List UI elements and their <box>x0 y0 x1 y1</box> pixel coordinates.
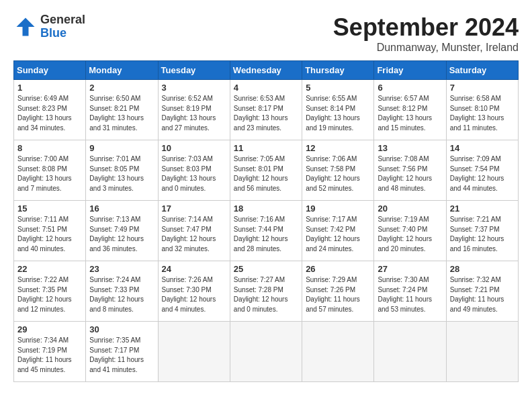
day-info: Sunrise: 7:24 AM Sunset: 7:33 PM Dayligh… <box>89 275 154 314</box>
calendar-cell: 30Sunrise: 7:35 AM Sunset: 7:17 PM Dayli… <box>86 322 158 382</box>
day-number: 13 <box>378 143 442 153</box>
weekday-header: Thursday <box>302 61 374 80</box>
day-info: Sunrise: 6:55 AM Sunset: 8:14 PM Dayligh… <box>306 94 370 133</box>
calendar-cell: 10Sunrise: 7:03 AM Sunset: 8:03 PM Dayli… <box>158 140 230 201</box>
weekday-header-row: SundayMondayTuesdayWednesdayThursdayFrid… <box>14 61 519 80</box>
month-title: September 2024 <box>333 13 519 42</box>
day-number: 16 <box>89 203 154 214</box>
calendar-cell: 7Sunrise: 6:58 AM Sunset: 8:10 PM Daylig… <box>446 80 518 140</box>
day-info: Sunrise: 7:34 AM Sunset: 7:19 PM Dayligh… <box>17 336 82 375</box>
day-number: 25 <box>234 264 298 274</box>
day-info: Sunrise: 6:53 AM Sunset: 8:17 PM Dayligh… <box>234 94 298 133</box>
logo-blue-text: Blue <box>40 27 85 40</box>
day-info: Sunrise: 6:58 AM Sunset: 8:10 PM Dayligh… <box>450 94 515 133</box>
calendar-cell: 19Sunrise: 7:17 AM Sunset: 7:42 PM Dayli… <box>302 201 374 261</box>
logo-general-text: General <box>40 13 85 27</box>
calendar-table: SundayMondayTuesdayWednesdayThursdayFrid… <box>13 60 519 382</box>
day-number: 19 <box>306 203 370 214</box>
calendar-cell <box>374 322 446 382</box>
calendar-cell: 21Sunrise: 7:21 AM Sunset: 7:37 PM Dayli… <box>446 201 518 261</box>
day-number: 2 <box>89 83 154 93</box>
calendar-cell: 28Sunrise: 7:32 AM Sunset: 7:21 PM Dayli… <box>446 261 518 322</box>
weekday-header: Tuesday <box>158 61 230 80</box>
calendar-cell: 9Sunrise: 7:01 AM Sunset: 8:05 PM Daylig… <box>86 140 158 201</box>
day-number: 22 <box>17 264 82 274</box>
calendar-cell <box>446 322 518 382</box>
calendar-cell: 26Sunrise: 7:29 AM Sunset: 7:26 PM Dayli… <box>302 261 374 322</box>
day-number: 11 <box>234 143 298 153</box>
calendar-cell: 22Sunrise: 7:22 AM Sunset: 7:35 PM Dayli… <box>14 261 86 322</box>
day-info: Sunrise: 7:00 AM Sunset: 8:08 PM Dayligh… <box>17 154 82 193</box>
day-info: Sunrise: 7:19 AM Sunset: 7:40 PM Dayligh… <box>378 215 442 254</box>
calendar-cell: 27Sunrise: 7:30 AM Sunset: 7:24 PM Dayli… <box>374 261 446 322</box>
day-info: Sunrise: 7:27 AM Sunset: 7:28 PM Dayligh… <box>234 275 298 314</box>
calendar-cell: 23Sunrise: 7:24 AM Sunset: 7:33 PM Dayli… <box>86 261 158 322</box>
day-info: Sunrise: 7:14 AM Sunset: 7:47 PM Dayligh… <box>162 215 226 254</box>
calendar-cell: 1Sunrise: 6:49 AM Sunset: 8:23 PM Daylig… <box>14 80 86 140</box>
weekday-header: Wednesday <box>230 61 302 80</box>
day-number: 14 <box>450 143 515 153</box>
day-number: 27 <box>378 264 442 274</box>
day-info: Sunrise: 7:35 AM Sunset: 7:17 PM Dayligh… <box>89 336 154 375</box>
day-number: 6 <box>378 83 442 93</box>
day-info: Sunrise: 7:01 AM Sunset: 8:05 PM Dayligh… <box>89 154 154 193</box>
calendar-week-row: 8Sunrise: 7:00 AM Sunset: 8:08 PM Daylig… <box>14 140 519 201</box>
day-number: 5 <box>306 83 370 93</box>
day-info: Sunrise: 7:26 AM Sunset: 7:30 PM Dayligh… <box>162 275 226 314</box>
day-info: Sunrise: 7:09 AM Sunset: 7:54 PM Dayligh… <box>450 154 515 193</box>
day-info: Sunrise: 7:08 AM Sunset: 7:56 PM Dayligh… <box>378 154 442 193</box>
calendar-cell: 14Sunrise: 7:09 AM Sunset: 7:54 PM Dayli… <box>446 140 518 201</box>
day-number: 24 <box>162 264 226 274</box>
day-number: 18 <box>234 203 298 214</box>
calendar-cell: 20Sunrise: 7:19 AM Sunset: 7:40 PM Dayli… <box>374 201 446 261</box>
weekday-header: Friday <box>374 61 446 80</box>
day-number: 26 <box>306 264 370 274</box>
day-number: 15 <box>17 203 82 214</box>
day-number: 8 <box>17 143 82 153</box>
day-info: Sunrise: 7:05 AM Sunset: 8:01 PM Dayligh… <box>234 154 298 193</box>
calendar-cell: 15Sunrise: 7:11 AM Sunset: 7:51 PM Dayli… <box>14 201 86 261</box>
calendar-cell: 11Sunrise: 7:05 AM Sunset: 8:01 PM Dayli… <box>230 140 302 201</box>
day-number: 28 <box>450 264 515 274</box>
day-number: 30 <box>89 324 154 334</box>
day-number: 9 <box>89 143 154 153</box>
logo-icon <box>13 15 38 39</box>
calendar-week-row: 15Sunrise: 7:11 AM Sunset: 7:51 PM Dayli… <box>14 201 519 261</box>
calendar-cell <box>230 322 302 382</box>
location: Dunmanway, Munster, Ireland <box>333 42 519 54</box>
day-info: Sunrise: 7:06 AM Sunset: 7:58 PM Dayligh… <box>306 154 370 193</box>
day-number: 29 <box>17 324 82 334</box>
calendar-cell: 24Sunrise: 7:26 AM Sunset: 7:30 PM Dayli… <box>158 261 230 322</box>
calendar-week-row: 22Sunrise: 7:22 AM Sunset: 7:35 PM Dayli… <box>14 261 519 322</box>
day-number: 17 <box>162 203 226 214</box>
calendar-cell: 18Sunrise: 7:16 AM Sunset: 7:44 PM Dayli… <box>230 201 302 261</box>
svg-marker-0 <box>17 17 35 36</box>
day-number: 23 <box>89 264 154 274</box>
day-info: Sunrise: 6:52 AM Sunset: 8:19 PM Dayligh… <box>162 94 226 133</box>
day-info: Sunrise: 7:03 AM Sunset: 8:03 PM Dayligh… <box>162 154 226 193</box>
weekday-header: Monday <box>86 61 158 80</box>
day-info: Sunrise: 6:49 AM Sunset: 8:23 PM Dayligh… <box>17 94 82 133</box>
day-info: Sunrise: 6:57 AM Sunset: 8:12 PM Dayligh… <box>378 94 442 133</box>
title-area: September 2024 Dunmanway, Munster, Irela… <box>333 13 519 54</box>
day-info: Sunrise: 7:11 AM Sunset: 7:51 PM Dayligh… <box>17 215 82 254</box>
calendar-cell: 13Sunrise: 7:08 AM Sunset: 7:56 PM Dayli… <box>374 140 446 201</box>
calendar-cell: 4Sunrise: 6:53 AM Sunset: 8:17 PM Daylig… <box>230 80 302 140</box>
weekday-header: Saturday <box>446 61 518 80</box>
calendar-cell: 6Sunrise: 6:57 AM Sunset: 8:12 PM Daylig… <box>374 80 446 140</box>
day-number: 21 <box>450 203 515 214</box>
calendar-cell: 2Sunrise: 6:50 AM Sunset: 8:21 PM Daylig… <box>86 80 158 140</box>
header: General Blue September 2024 Dunmanway, M… <box>13 13 519 54</box>
calendar-week-row: 1Sunrise: 6:49 AM Sunset: 8:23 PM Daylig… <box>14 80 519 140</box>
weekday-header: Sunday <box>14 61 86 80</box>
calendar-cell <box>302 322 374 382</box>
calendar-cell: 17Sunrise: 7:14 AM Sunset: 7:47 PM Dayli… <box>158 201 230 261</box>
calendar-cell: 29Sunrise: 7:34 AM Sunset: 7:19 PM Dayli… <box>14 322 86 382</box>
day-number: 12 <box>306 143 370 153</box>
day-info: Sunrise: 7:13 AM Sunset: 7:49 PM Dayligh… <box>89 215 154 254</box>
calendar-cell: 8Sunrise: 7:00 AM Sunset: 8:08 PM Daylig… <box>14 140 86 201</box>
day-number: 20 <box>378 203 442 214</box>
calendar-week-row: 29Sunrise: 7:34 AM Sunset: 7:19 PM Dayli… <box>14 322 519 382</box>
calendar-cell <box>158 322 230 382</box>
day-info: Sunrise: 6:50 AM Sunset: 8:21 PM Dayligh… <box>89 94 154 133</box>
